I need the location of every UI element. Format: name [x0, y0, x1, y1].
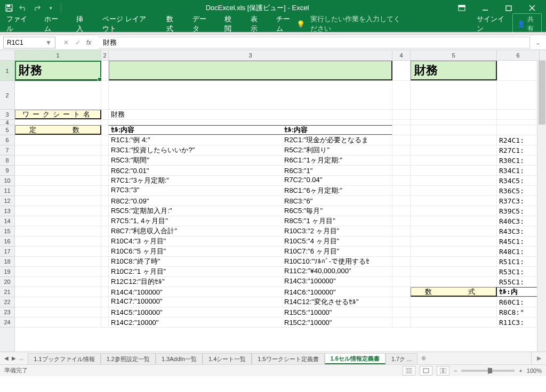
row-header[interactable]: 8	[0, 156, 14, 166]
row-header[interactable]: 22	[0, 297, 14, 307]
tab-nav[interactable]: ◀ ▶ ...	[0, 352, 28, 364]
data-cell-far[interactable]: R30C1:	[497, 156, 540, 165]
row-header[interactable]: 14	[0, 216, 14, 226]
tab-nav-next-icon[interactable]: ▶	[12, 355, 16, 361]
scrollbar-thumb[interactable]	[539, 61, 545, 125]
tab-file[interactable]: ファイル	[4, 11, 33, 37]
data-cell[interactable]: R7C5:"1, 4ヶ月目"R8C5:"1 ヶ月目"	[109, 216, 392, 226]
data-cell-far[interactable]: R39C5:	[497, 206, 540, 216]
tab-page-layout[interactable]: ページ レイアウト	[100, 11, 155, 37]
data-cell[interactable]: R5C3:"期間"R6C1:"1ヶ月定期:"	[109, 156, 392, 165]
row-header[interactable]: 2	[0, 81, 14, 110]
col-header-3[interactable]: 3	[109, 50, 392, 60]
row-header[interactable]: 3	[0, 110, 14, 120]
fx-icon[interactable]: fx	[84, 39, 93, 46]
sheet-tab[interactable]: 1.5ワークシート定義書	[252, 353, 324, 364]
data-cell-far[interactable]: R8C8:"	[497, 307, 540, 317]
label-formulas[interactable]: 数 式	[411, 287, 497, 297]
data-cell[interactable]: R14C2:"10000"R15C2:"10000"	[109, 317, 392, 327]
data-cell[interactable]: R7C1:"3ヶ月定期:"R7C2:"0.04"	[109, 176, 392, 185]
tab-data[interactable]: データ	[190, 11, 213, 37]
row-header[interactable]: 21	[0, 287, 14, 297]
data-cell-far[interactable]: R34C5:	[497, 176, 540, 185]
formula-input[interactable]: 財務	[99, 37, 530, 48]
zoom-slider[interactable]	[461, 370, 515, 372]
data-cell[interactable]: R10C8:"終了時"R10C10:"ｿﾙﾊﾞ-で使用するｾ	[109, 257, 392, 266]
zoom-thumb[interactable]	[488, 368, 492, 373]
add-sheet-icon[interactable]: ⊕	[417, 352, 429, 364]
data-cell[interactable]: R14C4:"100000"R14C6:"100000"	[109, 287, 392, 297]
data-cell-far[interactable]: ｾﾙ:内	[497, 287, 540, 297]
data-cell[interactable]: R1C1:"例 4:"R2C1:"現金が必要となるま	[109, 135, 392, 145]
tell-me-input[interactable]: 実行したい作業を入力してください	[310, 14, 407, 34]
data-cell[interactable]: R5C5:"定期加入月:"R6C5:"毎月"	[109, 206, 392, 216]
data-cell-far[interactable]: R40C3:	[497, 216, 540, 226]
tab-insert[interactable]: 挿入	[74, 11, 91, 37]
data-cell-far[interactable]: R11C3:	[497, 317, 540, 327]
select-all-corner[interactable]	[0, 50, 15, 60]
tab-formulas[interactable]: 数式	[164, 11, 181, 37]
data-cell[interactable]: R8C2:"0.09"R8C3:"6"	[109, 196, 392, 206]
data-cell-far[interactable]: R27C1:	[497, 145, 540, 155]
data-cell[interactable]: R7C3:"3"R8C1:"6ヶ月定期:"	[109, 186, 392, 195]
data-cell[interactable]: R10C2:"1 ヶ月目"R11C2:"¥40,000,000"	[109, 267, 392, 276]
worksheet-name-value[interactable]: 財務	[109, 110, 392, 119]
signin-link[interactable]: サインイン	[477, 14, 507, 34]
data-cell-far[interactable]: R45C1:	[497, 236, 540, 246]
zoom-level[interactable]: 100%	[527, 368, 542, 374]
data-cell-far[interactable]: R48C1:	[497, 247, 540, 256]
tab-home[interactable]: ホーム	[42, 11, 65, 37]
title-cell-5[interactable]: 財務	[411, 61, 497, 80]
data-cell[interactable]: R12C12:"目的ｾﾙ"R14C3:"100000"	[109, 277, 392, 287]
data-cell[interactable]: R6C2:"0.01"R6C3:"1"	[109, 166, 392, 175]
label-worksheet-name[interactable]: ワークシート名	[15, 110, 101, 119]
header-cell-content[interactable]: ｾﾙ:内容ｾﾙ:内容	[109, 125, 392, 135]
tab-view[interactable]: 表示	[248, 11, 265, 37]
chevron-down-icon[interactable]: ▼	[45, 39, 52, 46]
row-header[interactable]: 15	[0, 226, 14, 236]
col-header-4[interactable]: 4	[392, 50, 411, 60]
data-cell-far[interactable]: R60C1:	[497, 297, 540, 307]
row-header[interactable]: 6	[0, 135, 14, 145]
sheet-tab[interactable]: 1.7ク ...	[386, 353, 418, 364]
row-header[interactable]: 19	[0, 267, 14, 277]
row-header[interactable]: 1	[0, 61, 14, 81]
row-header[interactable]: 7	[0, 145, 14, 156]
row-header[interactable]: 23	[0, 307, 14, 317]
worksheet-grid[interactable]: 1 2 3 4 5 6 1 2 3 4 5 6 7 8 9 10 11 12 1…	[0, 50, 546, 352]
expand-formula-icon[interactable]: ⌄	[533, 39, 543, 46]
cancel-icon[interactable]: ✕	[61, 37, 71, 48]
row-header[interactable]: 18	[0, 257, 14, 267]
label-constants[interactable]: 定 数	[15, 125, 101, 135]
row-header[interactable]: 5	[0, 125, 14, 135]
sheet-tab-active[interactable]: 1.6セル情報定義書	[325, 353, 386, 364]
data-cell[interactable]: R8C7:"利息収入合計"R10C3:"2 ヶ月目"	[109, 226, 392, 236]
col-header-2[interactable]: 2	[101, 50, 109, 60]
cells-area[interactable]: 財務 財務 ワークシート名 財務	[15, 61, 546, 352]
row-header[interactable]: 11	[0, 186, 14, 196]
row-header[interactable]: 16	[0, 236, 14, 247]
data-cell[interactable]: R3C1:"投資したらいいか?"R5C2:"利回り"	[109, 145, 392, 155]
tab-nav-prev-icon[interactable]: ◀	[4, 355, 9, 361]
col-header-5[interactable]: 5	[411, 50, 497, 60]
data-cell[interactable]: R10C6:"5 ヶ月目"R10C7:"6 ヶ月目"	[109, 247, 392, 256]
zoom-in-icon[interactable]: +	[519, 368, 522, 374]
share-button[interactable]: 👤 共有	[512, 13, 542, 35]
row-header[interactable]: 10	[0, 176, 14, 186]
data-cell[interactable]: R10C4:"3 ヶ月目"R10C5:"4 ヶ月目"	[109, 236, 392, 246]
sheet-tab[interactable]: 1.3AddIn一覧	[156, 353, 203, 364]
row-header[interactable]: 12	[0, 196, 14, 206]
data-cell-far[interactable]: R37C3:	[497, 196, 540, 206]
col-header-6[interactable]: 6	[497, 50, 540, 60]
zoom-out-icon[interactable]: −	[454, 368, 457, 374]
tab-review[interactable]: 校閲	[222, 11, 239, 37]
sheet-tab[interactable]: 1.2参照設定一覧	[101, 353, 156, 364]
view-normal-icon[interactable]	[403, 366, 415, 375]
data-cell-far[interactable]: R43C3:	[497, 226, 540, 236]
data-cell-far[interactable]: R24C1:	[497, 135, 540, 145]
view-page-layout-icon[interactable]	[420, 366, 432, 375]
data-cell-far[interactable]: R55C1:	[497, 277, 540, 287]
row-header[interactable]: 24	[0, 317, 14, 328]
view-page-break-icon[interactable]	[437, 366, 449, 375]
data-cell-far[interactable]: R36C5:	[497, 186, 540, 195]
